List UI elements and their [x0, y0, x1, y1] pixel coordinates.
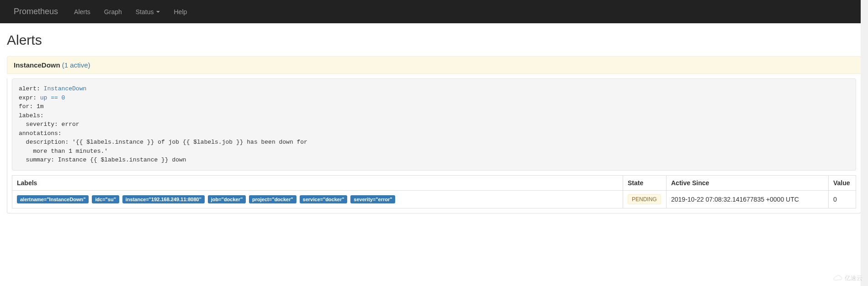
cell-active-since: 2019-10-22 07:08:32.141677835 +0000 UTC	[667, 190, 829, 208]
brand-link[interactable]: Prometheus	[7, 0, 65, 23]
cell-state: PENDING	[623, 190, 667, 208]
chevron-down-icon	[156, 11, 160, 13]
cell-value: 0	[829, 190, 856, 208]
label-badge: idc="su"	[92, 195, 119, 203]
rule-expr-link[interactable]: up == 0	[37, 94, 65, 101]
label-badge: service="docker"	[300, 195, 348, 203]
nav-alerts[interactable]: Alerts	[67, 1, 97, 22]
nav-status-label: Status	[136, 8, 154, 16]
col-state: State	[623, 175, 667, 190]
cell-labels: alertname="InstanceDown" idc="su" instan…	[12, 190, 623, 208]
alert-group-header[interactable]: InstanceDown (1 active)	[7, 56, 861, 74]
nav-status[interactable]: Status	[129, 1, 167, 22]
col-active-since: Active Since	[667, 175, 829, 190]
label-badge: alertname="InstanceDown"	[17, 195, 89, 203]
col-labels: Labels	[12, 175, 623, 190]
state-badge-pending: PENDING	[628, 194, 661, 204]
nav-list: Alerts Graph Status Help	[67, 1, 194, 22]
rule-alert-name[interactable]: InstanceDown	[40, 85, 86, 92]
col-value: Value	[829, 175, 856, 190]
main-content: Alerts InstanceDown (1 active) alert: In…	[0, 23, 868, 227]
scrollbar-track[interactable]	[861, 0, 868, 227]
top-navbar: Prometheus Alerts Graph Status Help	[0, 0, 868, 23]
alert-instances-table: Labels State Active Since Value alertnam…	[12, 175, 856, 208]
table-header-row: Labels State Active Since Value	[12, 175, 856, 190]
label-badge: instance="192.168.249.11:8080"	[122, 195, 205, 203]
table-row: alertname="InstanceDown" idc="su" instan…	[12, 190, 856, 208]
label-badge: project="docker"	[249, 195, 296, 203]
alert-rule-panel: alert: InstanceDown expr: up == 0 for: 1…	[7, 78, 861, 213]
label-badge: job="docker"	[208, 195, 246, 203]
label-badge: severity="error"	[350, 195, 395, 203]
alert-group-name: InstanceDown	[14, 61, 60, 69]
alert-rule-definition: alert: InstanceDown expr: up == 0 for: 1…	[12, 78, 856, 171]
page-title: Alerts	[7, 32, 861, 48]
alert-active-count: (1 active)	[62, 61, 90, 69]
nav-help[interactable]: Help	[167, 1, 194, 22]
nav-graph[interactable]: Graph	[97, 1, 129, 22]
